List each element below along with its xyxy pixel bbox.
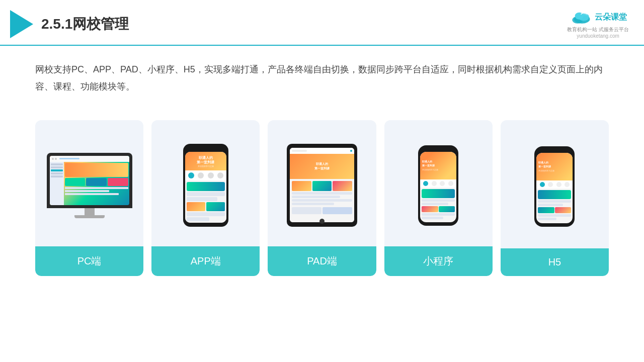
pc-image-area [35,120,143,246]
page-title: 2.5.1网校管理 [41,15,129,34]
brand-tagline: 教育机构一站 式服务云平台 [567,26,629,33]
brand-name: 云朵课堂 [595,12,627,23]
h5-image-area: 职通人的第一堂判课 开启您的学习之旅 [501,120,609,248]
pc-monitor-icon [47,153,132,218]
description-line: 网校支持PC、APP、PAD、小程序、H5，实现多端打通，产品各终端自由切换，数… [35,64,603,92]
card-miniapp: 职通人的第一堂判课 开启您的学习之旅 [384,120,493,276]
h5-phone-icon: 职通人的第一堂判课 开启您的学习之旅 [534,146,575,227]
miniapp-image-area: 职通人的第一堂判课 开启您的学习之旅 [384,120,493,246]
card-app: 职通人的第一堂判课 开启您的学习之旅 [151,120,260,276]
description-text: 网校支持PC、APP、PAD、小程序、H5，实现多端打通，产品各终端自由切换，数… [0,46,644,105]
pad-image-area: 职通人的第一堂判课 [268,120,376,246]
card-pad-label: PAD端 [268,246,376,276]
app-image-area: 职通人的第一堂判课 开启您的学习之旅 [151,120,260,246]
card-pc: PC端 [35,120,143,276]
header-right: 云朵课堂 教育机构一站 式服务云平台 yunduoketang.com [567,9,629,39]
brand-url: yunduoketang.com [577,33,619,39]
tagline1: 教育机构一站 [567,27,597,32]
card-pad: 职通人的第一堂判课 [268,120,376,276]
card-pc-label: PC端 [35,246,143,276]
tagline2: 式服务云平台 [599,27,629,32]
card-h5: 职通人的第一堂判课 开启您的学习之旅 [501,120,609,276]
header-left: 2.5.1网校管理 [10,10,129,38]
card-h5-label: H5 [501,248,609,276]
card-app-label: APP端 [151,246,260,276]
logo-triangle-icon [10,10,33,38]
app-phone-icon: 职通人的第一堂判课 开启您的学习之旅 [183,144,228,227]
cards-container: PC端 职通人的第一堂判课 开启您的学习之旅 [0,110,644,286]
miniapp-phone-icon: 职通人的第一堂判课 开启您的学习之旅 [418,145,458,226]
header: 2.5.1网校管理 云朵课堂 教育机构一站 式服务云平台 yunduoketan… [0,0,644,46]
card-miniapp-label: 小程序 [384,246,493,276]
cloud-icon [570,9,592,25]
brand-logo: 云朵课堂 [570,9,627,25]
pad-tablet-icon: 职通人的第一堂判课 [287,144,357,227]
